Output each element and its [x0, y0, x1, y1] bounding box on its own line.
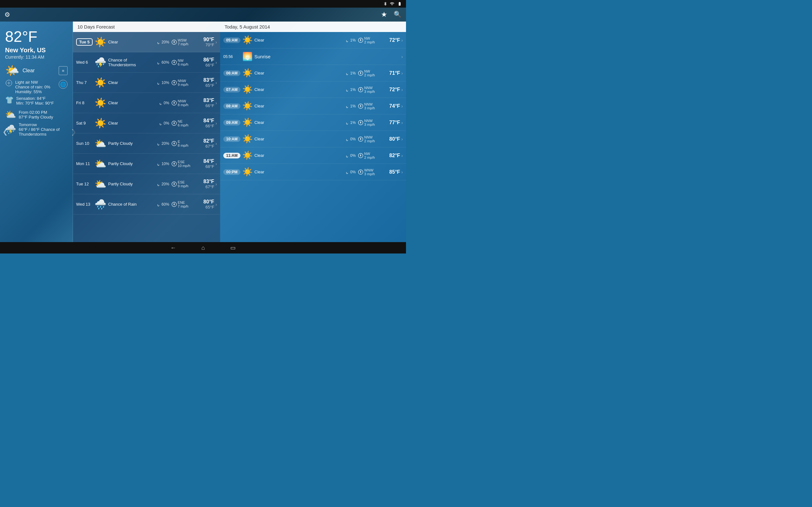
hourly-row[interactable]: 10:AM ☀️ Clear 0% NNW2 mp/h 80°F › — [220, 131, 406, 147]
forecast-temps: 84°F 68°F — [196, 158, 214, 169]
prev-location-button[interactable]: ❮ — [3, 128, 8, 135]
hourly-expand-icon: › — [401, 38, 403, 43]
forecast-rain: 20% — [155, 40, 169, 45]
forecast-weather-icon: ⛈️ — [95, 57, 106, 68]
hourly-rain: 0% — [344, 153, 356, 158]
hourly-row[interactable]: 11:AM ☀️ Clear 0% NW2 mp/h 82°F › — [220, 147, 406, 164]
forecast-row[interactable]: Wed 6 ⛈️ Chance of Thunderstorms 60% NW6… — [73, 52, 220, 72]
hourly-wind: NNW3 mp/h — [358, 119, 380, 126]
forecast-row[interactable]: Tue 5 ☀️ Clear 20% WSW7 mp/h 90°F 70°F › — [73, 32, 220, 52]
current-condition-icon: 🌤️ — [5, 64, 19, 77]
forecast-row[interactable]: Sun 10 ⛅ Partly Cloudy 20% E8 mp/h 82°F … — [73, 133, 220, 154]
from-forecast-row: ⛅ From 02:00 PM 87°F Partly Cloudy — [5, 109, 67, 120]
forecast-expand-icon: › — [215, 121, 217, 126]
hourly-expand-icon: › — [401, 104, 403, 109]
hourly-rain: 0% — [344, 170, 356, 175]
hourly-row[interactable]: 07:AM ☀️ Clear 1% NNW3 mp/h 72°F › — [220, 81, 406, 98]
hourly-condition-icon: ☀️ — [242, 35, 252, 45]
hourly-condition-icon: ☀️ — [242, 134, 252, 144]
search-button[interactable]: 🔍 — [394, 10, 402, 19]
favorite-button[interactable]: ★ — [381, 10, 387, 19]
day-label: Wed 6 — [76, 60, 93, 65]
hour-badge: 06:AM — [223, 70, 241, 76]
forecast-temps: 84°F 66°F — [196, 118, 214, 128]
forecast-row[interactable]: Sat 9 ☀️ Clear 0% NE6 mp/h 84°F 66°F › — [73, 113, 220, 133]
forecast-wind: E8 mp/h — [171, 140, 193, 147]
forecast-row[interactable]: Mon 11 ⛅ Partly Cloudy 10% ESE10 mp/h 84… — [73, 154, 220, 174]
day-label: Fri 8 — [76, 101, 93, 105]
forecast-row[interactable]: Thu 7 ☀️ Clear 10% NNW9 mp/h 83°F 65°F › — [73, 72, 220, 93]
forecast-temps: 83°F 67°F — [196, 179, 214, 189]
forecast-row[interactable]: Tue 12 ⛅ Partly Cloudy 20% ESE9 mp/h 83°… — [73, 174, 220, 194]
hour-badge: 11:AM — [223, 153, 241, 158]
hourly-row[interactable]: 05:AM ☀️ Clear 1% NW2 mp/h 72°F › — [220, 32, 406, 49]
forecast-expand-icon: › — [215, 161, 217, 166]
hourly-condition-icon: ☀️ — [242, 151, 252, 160]
forecast-description: Chance of Thunderstorms — [108, 58, 155, 67]
wind-label: Light air NW — [15, 80, 50, 84]
forecast-description: Partly Cloudy — [108, 141, 155, 146]
hourly-temperature: 71°F — [383, 70, 400, 76]
svg-point-4 — [174, 42, 175, 43]
forecast-description: Chance of Rain — [108, 202, 155, 207]
hourly-row[interactable]: 08:AM ☀️ Clear 1% NNW3 mp/h 74°F › — [220, 98, 406, 114]
forecast-temps: 82°F 67°F — [196, 138, 214, 149]
hourly-row[interactable]: 06:AM ☀️ Clear 1% NW2 mp/h 71°F › — [220, 65, 406, 81]
rain-chance: Chance of rain: 0% — [15, 84, 50, 89]
hourly-expand-icon: › — [401, 54, 403, 59]
globe-button[interactable]: 🌐 — [59, 80, 67, 89]
forecast-temps: 83°F 66°F — [196, 98, 214, 108]
home-button[interactable]: ⌂ — [201, 245, 205, 251]
hourly-wind: NNW2 mp/h — [358, 135, 380, 143]
forecast-wind: ENE7 mp/h — [171, 201, 193, 208]
hourly-expand-icon: › — [401, 120, 403, 125]
forecast-weather-icon: ☀️ — [95, 118, 106, 129]
svg-point-52 — [360, 106, 361, 107]
hour-badge: 10:AM — [223, 136, 241, 142]
hourly-rain: 1% — [344, 71, 356, 76]
wifi-icon — [390, 2, 395, 6]
forecast-wind: NNW9 mp/h — [171, 79, 193, 87]
svg-point-24 — [174, 143, 175, 144]
svg-point-32 — [174, 183, 175, 184]
forecast-expand-icon: › — [215, 40, 217, 45]
tomorrow-forecast-row: ⛈️ Tomorrow 66°F / 86°F Chance of Thunde… — [5, 122, 67, 136]
forecast-row[interactable]: Fri 8 ☀️ Clear 0% NNW8 mp/h 83°F 66°F › — [73, 93, 220, 113]
hourly-row[interactable]: 05:56 🌅 Sunrise › — [220, 49, 406, 65]
svg-point-12 — [174, 82, 175, 83]
forecast-row[interactable]: Wed 13 🌧️ Chance of Rain 60% ENE7 mp/h 8… — [73, 194, 220, 215]
hourly-description: Clear — [254, 38, 344, 43]
forecast-expand-icon: › — [215, 202, 217, 207]
forecast-weather-icon: ☀️ — [95, 37, 106, 48]
shirt-icon: 👕 — [5, 96, 14, 104]
wind-icon — [5, 80, 13, 88]
forecast-weather-icon: ☀️ — [95, 97, 106, 108]
hourly-expand-icon: › — [401, 71, 403, 76]
hourly-description: Clear — [254, 120, 344, 125]
hourly-description: Clear — [254, 104, 344, 108]
battery-icon — [397, 2, 403, 6]
forecast-expand-icon: › — [215, 141, 217, 146]
svg-point-16 — [174, 102, 175, 103]
hourly-rain: 0% — [344, 136, 356, 142]
hourly-wind: NW2 mp/h — [358, 152, 380, 159]
svg-point-8 — [174, 62, 175, 63]
hourly-row[interactable]: 09:AM ☀️ Clear 1% NNW3 mp/h 77°F › — [220, 114, 406, 131]
forecast-rain: 60% — [155, 202, 169, 207]
svg-point-68 — [360, 171, 361, 172]
forecast-temps: 80°F 65°F — [196, 199, 214, 210]
hourly-expand-icon: › — [401, 153, 403, 158]
notes-button[interactable]: ≡ — [59, 66, 67, 75]
recents-button[interactable]: ▭ — [230, 244, 236, 251]
hourly-description: Clear — [254, 87, 344, 92]
hour-badge: 09:AM — [223, 120, 241, 125]
nav-bar: ← ⌂ ▭ — [0, 242, 406, 253]
city-name: New York, US — [5, 47, 67, 54]
hour-badge: 05:AM — [223, 38, 241, 43]
hourly-wind: NW2 mp/h — [358, 37, 380, 44]
hourly-row[interactable]: 00:PM ☀️ Clear 0% WNW3 mp/h 85°F › — [220, 164, 406, 180]
settings-button[interactable]: ⚙ — [4, 11, 10, 18]
forecast-wind: NE6 mp/h — [171, 119, 193, 127]
hour-badge: 00:PM — [223, 169, 241, 175]
back-button[interactable]: ← — [170, 245, 176, 251]
